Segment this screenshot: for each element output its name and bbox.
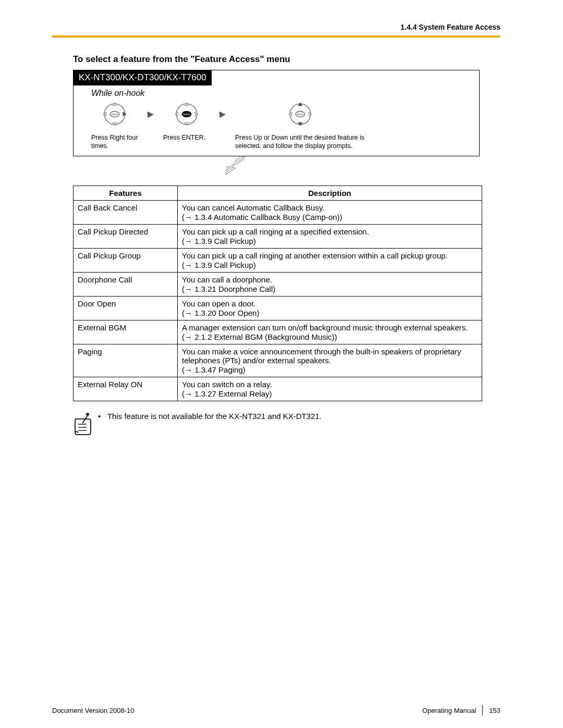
table-header-row: Features Description [74,186,482,200]
note-block: • This feature is not available for the … [73,412,500,439]
feature-cell: Call Pickup Directed [74,224,178,248]
svg-marker-7 [148,112,154,118]
note-text: This feature is not available for the KX… [107,412,322,421]
description-cell: You can pick up a call ringing at a spec… [178,224,482,248]
step-press-enter: ENTER Press ENTER. [163,100,210,142]
reference-link: (→ 1.3.9 Call Pickup) [182,237,478,245]
description-text: You can call a doorphone. [182,275,272,284]
description-text: You can switch on a relay. [182,380,272,389]
reference-link: (→ 1.3.4 Automatic Callback Busy (Camp-o… [182,213,478,221]
col-header-features: Features [74,186,178,200]
svg-text:ENTER: ENTER [112,114,118,116]
description-text: You can pick up a call ringing at anothe… [182,251,448,260]
bullet-icon: • [98,412,105,421]
feature-cell: External Relay ON [74,377,178,401]
note-text-container: • This feature is not available for the … [98,412,322,421]
svg-marker-24 [226,155,245,176]
feature-cell: Doorphone Call [74,272,178,296]
step1-caption: Press Right four times. [91,133,138,151]
note-icon [73,412,98,439]
description-text: You can cancel Automatic Callback Busy. [182,203,325,212]
procedure-condition: While on-hook [91,89,479,98]
svg-text:ENTER: ENTER [183,114,190,116]
reference-link: (→ 1.3.47 Paging) [182,365,478,374]
description-cell: You can call a doorphone. (→ 1.3.21 Door… [178,272,482,296]
step3-caption: Press Up or Down until the desired featu… [235,133,365,151]
sequence-arrow-icon [146,110,155,119]
table-row: External BGM A manager extension can tur… [74,320,482,344]
page-number: 153 [489,707,500,714]
description-text: You can pick up a call ringing at a spec… [182,227,369,236]
table-row: Call Pickup Group You can pick up a call… [74,248,482,272]
header-breadcrumb: 1.4.4 System Feature Access [52,21,500,35]
pointer-arrow-icon [224,155,245,176]
table-row: Paging You can make a voice announcement… [74,344,482,377]
description-cell: You can make a voice announcement throug… [178,344,482,377]
table-row: External Relay ON You can switch on a re… [74,377,482,401]
step-press-right: ENTER Press Right four times. [91,100,138,151]
description-text: You can make a voice announcement throug… [182,347,461,365]
features-table: Features Description Call Back Cancel Yo… [73,186,482,401]
feature-cell: Paging [74,344,178,377]
navigation-key-up-down-icon: ENTER [286,100,314,128]
manual-name: Operating Manual [422,707,476,714]
page-footer: Document Version 2008-10 Operating Manua… [52,705,500,715]
navigation-key-enter-icon: ENTER [173,100,201,128]
reference-link: (→ 1.3.20 Door Open) [182,309,478,317]
description-cell: A manager extension can turn on/off back… [178,320,482,344]
table-row: Call Back Cancel You can cancel Automati… [74,200,482,224]
reference-link: (→ 1.3.27 External Relay) [182,389,478,398]
sequence-arrow-icon [218,110,227,119]
table-row: Call Pickup Directed You can pick up a c… [74,224,482,248]
reference-link: (→ 2.1.2 External BGM (Background Music)… [182,332,478,341]
description-cell: You can cancel Automatic Callback Busy. … [178,200,482,224]
procedure-steps: ENTER Press Right four times. [74,100,479,156]
document-version: Document Version 2008-10 [52,707,134,714]
feature-cell: Door Open [74,296,178,320]
step-press-up-down: ENTER Press Up or Down until the desired… [235,100,365,151]
table-row: Doorphone Call You can call a doorphone.… [74,272,482,296]
description-text: You can open a door. [182,299,255,308]
section-title: To select a feature from the "Feature Ac… [73,54,500,65]
header-accent-rule [52,35,500,38]
description-cell: You can switch on a relay. (→ 1.3.27 Ext… [178,377,482,401]
navigation-key-right-icon: ENTER [101,100,129,128]
description-cell: You can pick up a call ringing at anothe… [178,248,482,272]
step2-caption: Press ENTER. [163,133,210,142]
table-row: Door Open You can open a door. (→ 1.3.20… [74,296,482,320]
col-header-description: Description [178,186,482,200]
reference-link: (→ 1.3.9 Call Pickup) [182,261,478,269]
feature-cell: Call Pickup Group [74,248,178,272]
model-tab: KX-NT300/KX-DT300/KX-T7600 [74,70,212,85]
svg-marker-15 [219,112,226,118]
footer-divider [482,705,483,715]
reference-link: (→ 1.3.21 Doorphone Call) [182,285,478,293]
feature-cell: External BGM [74,320,178,344]
svg-text:ENTER: ENTER [297,114,304,116]
feature-cell: Call Back Cancel [74,200,178,224]
description-cell: You can open a door. (→ 1.3.20 Door Open… [178,296,482,320]
description-text: A manager extension can turn on/off back… [182,323,468,332]
procedure-box: KX-NT300/KX-DT300/KX-T7600 While on-hook… [73,70,480,156]
